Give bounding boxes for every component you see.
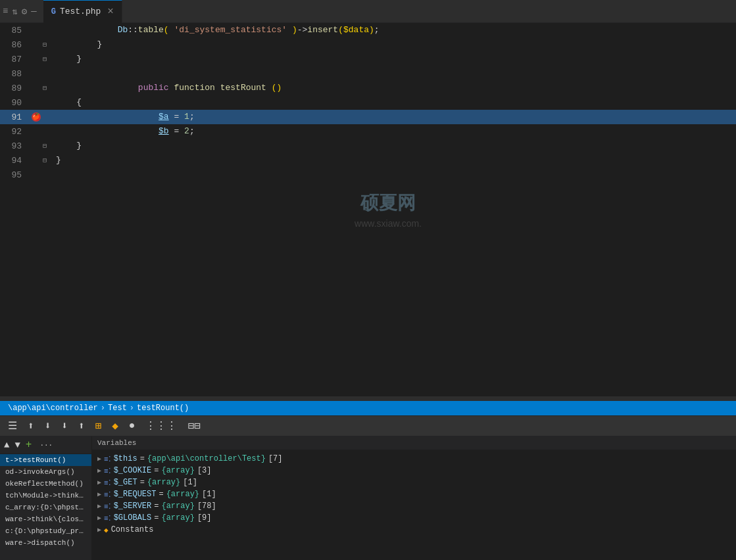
var-name-cookie: $_COOKIE bbox=[114, 466, 152, 475]
callstack-toolbar: ▲ ▼ + ··· bbox=[0, 436, 91, 454]
var-arrow-request: ▶ bbox=[97, 490, 101, 498]
var-eq-globals: = bbox=[154, 513, 159, 523]
var-eq-cookie: = bbox=[154, 466, 159, 475]
var-extra-globals: [9] bbox=[197, 513, 212, 523]
var-icon-get: ≡⁚ bbox=[104, 478, 111, 487]
callstack-up-btn[interactable]: ▲ bbox=[3, 438, 11, 452]
breadcrumb-part-1: \app\api\controller bbox=[8, 404, 98, 413]
line-number-93: 93 bbox=[0, 141, 30, 151]
callstack-item-1[interactable]: od->invokeArgs() bbox=[0, 466, 91, 478]
fold-89: ⊟ bbox=[43, 84, 51, 92]
var-item-constants[interactable]: ▶ ◆ Constants bbox=[92, 524, 736, 536]
debug-btn-table[interactable]: ⊞ bbox=[93, 418, 105, 434]
line-number-95: 95 bbox=[0, 170, 30, 180]
sort-icon[interactable]: ⇅ bbox=[12, 6, 17, 17]
code-line-87: 87 ⊟ } bbox=[0, 52, 736, 66]
line-number-91: 91 bbox=[0, 112, 30, 122]
debug-btn-list[interactable]: ⋮⋮⋮ bbox=[143, 418, 180, 434]
breakpoint-area-91[interactable]: 🍎 bbox=[30, 112, 43, 122]
watermark: 硕夏网 www.sxiaw.com. bbox=[355, 191, 422, 229]
callstack-item-7[interactable]: ware->dispatch() bbox=[0, 537, 91, 549]
code-line-85: 85 Db::table( 'di_system_statistics' )->… bbox=[0, 23, 736, 37]
callstack-down-btn[interactable]: ▼ bbox=[13, 438, 21, 452]
var-name-constants: Constants bbox=[111, 525, 154, 534]
fold-94: ⊟ bbox=[43, 156, 51, 164]
var-extra-server: [78] bbox=[197, 502, 216, 511]
var-eq-server: = bbox=[154, 502, 159, 511]
debug-btn-diamond[interactable]: ◆ bbox=[109, 418, 121, 434]
var-arrow-this: ▶ bbox=[97, 455, 101, 463]
debug-btn-menu[interactable]: ☰ bbox=[5, 418, 20, 434]
debug-btn-down-load[interactable]: ⬇ bbox=[42, 418, 54, 434]
var-extra-request: [1] bbox=[202, 490, 216, 499]
variables-panel: Variables ▶ ≡⁚ $this = {app\api\controll… bbox=[92, 436, 736, 560]
var-type-this: {app\api\controller\Test} bbox=[147, 454, 266, 463]
code-line-92: 92 $b = 2; bbox=[0, 124, 736, 139]
debug-toolbar: ☰ ⬆ ⬇ ⬇ ⬆ ⊞ ◆ ● ⋮⋮⋮ ⊟⊟ bbox=[0, 415, 736, 436]
debug-panels: ▲ ▼ + ··· t->testRount() od->invokeArgs(… bbox=[0, 436, 736, 560]
collapse-icon[interactable]: ≡ bbox=[3, 6, 8, 16]
var-name-request: $_REQUEST bbox=[114, 490, 157, 499]
code-content-93: } bbox=[51, 139, 82, 153]
callstack-item-5[interactable]: ware->think\{closure:D:\ bbox=[0, 513, 91, 525]
debug-btn-grid[interactable]: ⊟⊟ bbox=[185, 418, 203, 434]
debug-btn-up2[interactable]: ⬆ bbox=[76, 418, 87, 434]
var-type-cookie: {array} bbox=[161, 466, 194, 475]
debug-btn-up[interactable]: ⬆ bbox=[25, 418, 37, 434]
editor-area: 85 Db::table( 'di_system_statistics' )->… bbox=[0, 23, 736, 415]
var-item-server[interactable]: ▶ ≡⁚ $_SERVER = {array} [78] bbox=[92, 500, 736, 512]
settings-icon[interactable]: ⚙ bbox=[22, 6, 27, 17]
line-number-88: 88 bbox=[0, 69, 30, 79]
callstack-panel: ▲ ▼ + ··· t->testRount() od->invokeArgs(… bbox=[0, 436, 92, 560]
var-item-get[interactable]: ▶ ≡⁚ $_GET = {array} [1] bbox=[92, 477, 736, 488]
var-name-this: $this bbox=[114, 454, 137, 463]
breakpoint-marker-91: 🍎 bbox=[32, 112, 41, 122]
var-name-server: $_SERVER bbox=[114, 502, 152, 511]
code-content-94: } bbox=[51, 153, 61, 168]
code-line-89: 89 ⊟ public function testRount () bbox=[0, 81, 736, 95]
var-eq-request: = bbox=[159, 490, 163, 499]
callstack-item-2[interactable]: okeReflectMethod() bbox=[0, 478, 91, 490]
line-number-92: 92 bbox=[0, 127, 30, 137]
line-number-85: 85 bbox=[0, 26, 30, 35]
var-type-request: {array} bbox=[166, 490, 199, 499]
callstack-more-btn[interactable]: ··· bbox=[38, 440, 54, 450]
variables-panel-header: Variables bbox=[92, 436, 736, 450]
code-line-86: 86 ⊟ } bbox=[0, 37, 736, 52]
minimize-icon[interactable]: — bbox=[31, 6, 36, 16]
var-icon-globals: ≡⁚ bbox=[104, 514, 111, 523]
callstack-item-4[interactable]: c_array:{D:\phpstudy_pre bbox=[0, 502, 91, 513]
tab-close-button[interactable]: × bbox=[107, 6, 114, 18]
line-number-90: 90 bbox=[0, 98, 30, 108]
var-arrow-cookie: ▶ bbox=[97, 467, 101, 475]
callstack-item-3[interactable]: tch\Module->think\rout bbox=[0, 490, 91, 502]
var-arrow-server: ▶ bbox=[97, 502, 101, 510]
var-icon-cookie: ≡⁚ bbox=[104, 467, 111, 475]
fold-86: ⊟ bbox=[43, 41, 51, 49]
code-content-87: } bbox=[51, 52, 82, 66]
fold-87: ⊟ bbox=[43, 55, 51, 63]
var-item-globals[interactable]: ▶ ≡⁚ $GLOBALS = {array} [9] bbox=[92, 512, 736, 524]
var-type-server: {array} bbox=[161, 502, 194, 511]
code-editor[interactable]: 85 Db::table( 'di_system_statistics' )->… bbox=[0, 23, 736, 396]
var-item-request[interactable]: ▶ ≡⁚ $_REQUEST = {array} [1] bbox=[92, 488, 736, 500]
breadcrumb-part-3: testRount() bbox=[137, 404, 189, 413]
horizontal-scrollbar[interactable] bbox=[0, 396, 736, 401]
var-item-cookie[interactable]: ▶ ≡⁚ $_COOKIE = {array} [3] bbox=[92, 465, 736, 477]
tab-filename: Test.php bbox=[60, 7, 101, 16]
breadcrumb-bar: \app\api\controller › Test › testRount() bbox=[0, 401, 736, 415]
var-arrow-constants: ▶ bbox=[97, 526, 101, 534]
callstack-item-0[interactable]: t->testRount() bbox=[0, 454, 91, 466]
var-icon-server: ≡⁚ bbox=[104, 502, 111, 511]
line-number-87: 87 bbox=[0, 55, 30, 64]
callstack-add-btn[interactable]: + bbox=[24, 438, 34, 452]
file-tab-test-php[interactable]: G Test.php × bbox=[43, 0, 122, 23]
var-item-this[interactable]: ▶ ≡⁚ $this = {app\api\controller\Test} [… bbox=[92, 453, 736, 465]
callstack-item-6[interactable]: c:{D:\phpstudy_pro\WWW bbox=[0, 525, 91, 537]
code-content-86: } bbox=[51, 37, 102, 52]
line-number-86: 86 bbox=[0, 40, 30, 50]
debug-btn-down[interactable]: ⬇ bbox=[59, 418, 70, 434]
debug-btn-circle[interactable]: ● bbox=[126, 419, 138, 433]
breadcrumb-arrow-2: › bbox=[130, 404, 134, 413]
var-name-globals: $GLOBALS bbox=[114, 513, 152, 523]
